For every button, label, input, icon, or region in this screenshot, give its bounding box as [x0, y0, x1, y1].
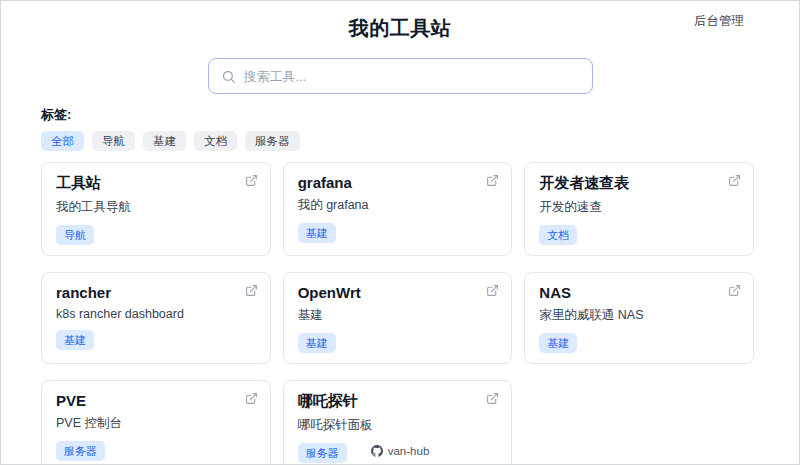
tool-card-grafana[interactable]: grafana 我的 grafana 基建 — [283, 162, 513, 256]
tool-card-gongjuzhan[interactable]: 工具站 我的工具导航 导航 — [41, 162, 271, 256]
tool-card-rancher[interactable]: rancher k8s rancher dashboard 基建 — [41, 272, 271, 364]
tag-filter-all[interactable]: 全部 — [41, 131, 84, 151]
page-title: 我的工具站 — [1, 15, 799, 42]
external-link-icon[interactable] — [728, 174, 741, 187]
card-tag-badge: 基建 — [56, 330, 94, 350]
card-tag-badge: 基建 — [298, 223, 336, 243]
header: 后台管理 我的工具站 — [1, 1, 799, 42]
external-link-icon[interactable] — [486, 284, 499, 297]
card-title: rancher — [56, 284, 256, 301]
github-icon — [371, 445, 383, 457]
search-icon — [221, 69, 236, 84]
tool-card-grid: 工具站 我的工具导航 导航 grafana 我的 grafana 基建 开发者速… — [41, 162, 754, 465]
external-link-icon[interactable] — [486, 174, 499, 187]
external-link-icon[interactable] — [245, 284, 258, 297]
tag-filter-bar: 全部 导航 基建 文档 服务器 — [41, 131, 754, 151]
tool-card-nas[interactable]: NAS 家里的威联通 NAS 基建 — [524, 272, 754, 364]
card-title: 哪吒探针 — [298, 392, 498, 411]
external-link-icon[interactable] — [728, 284, 741, 297]
card-description: 我的工具导航 — [56, 199, 256, 216]
card-tag-badge: 基建 — [298, 333, 336, 353]
tag-filter-docs[interactable]: 文档 — [194, 131, 237, 151]
search-box[interactable] — [208, 58, 593, 94]
card-description: 我的 grafana — [298, 197, 498, 214]
tag-filter-nav[interactable]: 导航 — [92, 131, 135, 151]
card-title: NAS — [539, 284, 739, 301]
card-description: 家里的威联通 NAS — [539, 307, 739, 324]
tag-filter-server[interactable]: 服务器 — [245, 131, 300, 151]
tool-card-cheatsheet[interactable]: 开发者速查表 开发的速查 文档 — [524, 162, 754, 256]
external-link-icon[interactable] — [245, 174, 258, 187]
card-description: PVE 控制台 — [56, 415, 256, 432]
external-link-icon[interactable] — [486, 392, 499, 405]
card-title: PVE — [56, 392, 256, 409]
tags-label: 标签: — [41, 106, 754, 124]
card-tag-badge: 文档 — [539, 225, 577, 245]
card-description: k8s rancher dashboard — [56, 307, 256, 321]
tool-card-openwrt[interactable]: OpenWrt 基建 基建 — [283, 272, 513, 364]
external-link-icon[interactable] — [245, 392, 258, 405]
card-tag-badge: 导航 — [56, 225, 94, 245]
admin-link[interactable]: 后台管理 — [694, 13, 744, 30]
search-input[interactable] — [244, 69, 580, 84]
card-description: 基建 — [298, 307, 498, 324]
footer-brand-label: van-hub — [388, 445, 430, 457]
footer-brand-link[interactable]: van-hub — [1, 445, 799, 457]
card-title: OpenWrt — [298, 284, 498, 301]
card-tag-badge: 基建 — [539, 333, 577, 353]
card-description: 哪吒探针面板 — [298, 417, 498, 434]
card-title: 工具站 — [56, 174, 256, 193]
tag-filter-infra[interactable]: 基建 — [143, 131, 186, 151]
card-description: 开发的速查 — [539, 199, 739, 216]
card-title: grafana — [298, 174, 498, 191]
card-title: 开发者速查表 — [539, 174, 739, 193]
tags-section: 标签: 全部 导航 基建 文档 服务器 — [41, 106, 754, 151]
